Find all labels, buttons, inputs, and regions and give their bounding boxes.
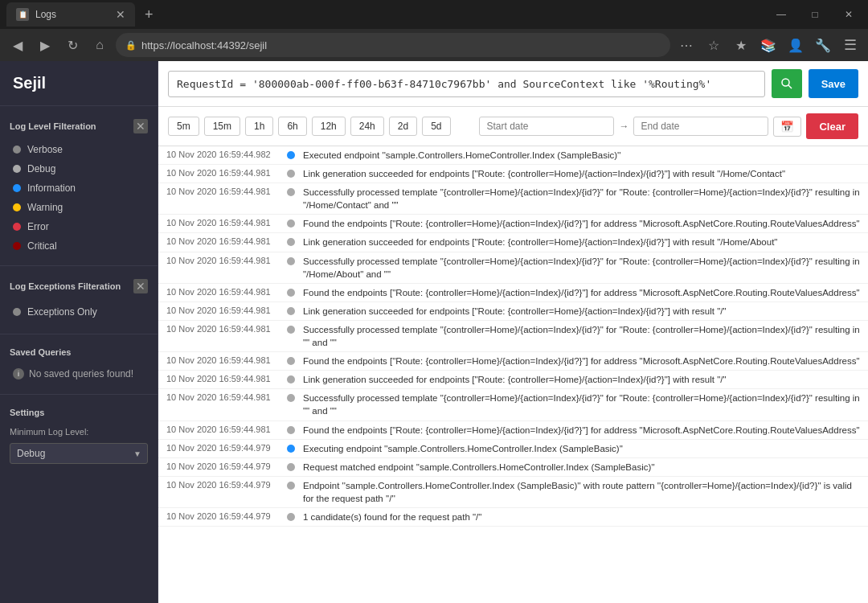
date-range: → 📅 Clear (479, 113, 858, 139)
log-entry: 10 Nov 2020 16:59:44.981Found the endpoi… (158, 421, 868, 440)
menu-button[interactable]: ☰ (839, 34, 862, 56)
log-timestamp: 10 Nov 2020 16:59:44.981 (166, 217, 279, 228)
minimize-button[interactable]: — (765, 3, 797, 26)
pocket-button[interactable]: ☆ (702, 34, 725, 56)
log-level-item-warning[interactable]: Warning (0, 198, 158, 217)
log-message: Link generation succeeded for endpoints … (303, 167, 860, 180)
clear-button[interactable]: Clear (806, 113, 858, 139)
time-button-12h[interactable]: 12h (312, 117, 346, 136)
log-level-item-error[interactable]: Error (0, 217, 158, 236)
log-level-item-debug[interactable]: Debug (0, 159, 158, 178)
time-bar: 5m15m1h6h12h24h2d5d → 📅 Clear (158, 107, 868, 146)
browser-tab-logs[interactable]: 📋 Logs ✕ (6, 2, 135, 27)
log-message: Link generation succeeded for endpoints … (303, 236, 860, 248)
settings-section: Settings Minimum Log Level: VerboseDebug… (0, 395, 158, 477)
level-label-information: Information (27, 183, 76, 194)
log-entry: 10 Nov 2020 16:59:44.981Link generation … (158, 233, 868, 252)
log-entry: 10 Nov 2020 16:59:44.981Link generation … (158, 371, 868, 389)
log-dot (287, 375, 295, 384)
url-input[interactable] (141, 39, 661, 51)
container-button[interactable]: 🔧 (812, 34, 834, 56)
log-level-item-critical[interactable]: Critical (0, 236, 158, 256)
log-dot (287, 238, 295, 246)
query-input[interactable] (168, 71, 765, 97)
time-button-24h[interactable]: 24h (350, 117, 384, 136)
log-message: Executed endpoint ''sample.Controllers.H… (303, 149, 860, 162)
log-level-section: Log Level Filteration ✕ VerboseDebugInfo… (0, 106, 158, 266)
search-icon (780, 77, 793, 90)
time-button-1h[interactable]: 1h (245, 117, 273, 136)
log-message: Successfully processed template "{contro… (303, 323, 860, 349)
log-timestamp: 10 Nov 2020 16:59:44.981 (166, 355, 279, 365)
level-dot-debug (13, 165, 21, 173)
svg-line-1 (788, 85, 792, 88)
maximize-button[interactable]: □ (799, 3, 831, 26)
log-message: Link generation succeeded for endpoints … (303, 373, 860, 386)
log-entry: 10 Nov 2020 16:59:44.979Request matched … (158, 458, 868, 477)
log-dot (287, 151, 295, 159)
log-level-item-verbose[interactable]: Verbose (0, 140, 158, 159)
address-bar: 🔒 (116, 33, 670, 57)
tab-close-button[interactable]: ✕ (116, 8, 125, 21)
exceptions-only-item[interactable]: Exceptions Only (0, 300, 158, 324)
min-log-level-select[interactable]: VerboseDebugInformationWarningErrorCriti… (10, 443, 148, 464)
save-button[interactable]: Save (809, 69, 858, 98)
browser-tabs: 📋 Logs ✕ + (0, 0, 762, 29)
main-content: Save 5m15m1h6h12h24h2d5d → 📅 Clear 10 No… (158, 61, 868, 603)
log-level-close-button[interactable]: ✕ (133, 119, 148, 133)
log-entry: 10 Nov 2020 16:59:44.981Found the endpoi… (158, 215, 868, 233)
sync-button[interactable]: 👤 (784, 34, 807, 56)
app-logo: Sejil (0, 61, 158, 106)
bookmarks-button[interactable]: ⋯ (675, 34, 698, 56)
log-timestamp: 10 Nov 2020 16:59:44.981 (166, 236, 279, 246)
saved-queries-title: Saved Queries (0, 344, 158, 363)
log-timestamp: 10 Nov 2020 16:59:44.981 (166, 167, 279, 178)
saved-queries-section: Saved Queries i No saved queries found! (0, 334, 158, 395)
log-dot (287, 188, 295, 196)
log-entry: 10 Nov 2020 16:59:44.981Successfully pro… (158, 389, 868, 420)
log-dot (287, 289, 295, 297)
calendar-button[interactable]: 📅 (773, 117, 801, 137)
search-button[interactable] (772, 69, 802, 98)
time-buttons: 5m15m1h6h12h24h2d5d (168, 117, 451, 136)
home-button[interactable]: ⌂ (88, 34, 111, 56)
log-level-item-information[interactable]: Information (0, 178, 158, 198)
time-button-15m[interactable]: 15m (204, 117, 240, 136)
end-date-input[interactable] (633, 117, 768, 136)
back-button[interactable]: ◀ (6, 34, 29, 56)
time-button-2d[interactable]: 2d (389, 117, 417, 136)
exceptions-label: Exceptions Only (27, 306, 97, 318)
log-message: Successfully processed template "{contro… (303, 392, 860, 417)
close-button[interactable]: ✕ (833, 3, 865, 26)
log-dot (287, 426, 295, 434)
exceptions-header: Log Exceptions Filteration ✕ (0, 276, 158, 300)
log-message: Found the endpoints ["Route: {controller… (303, 355, 860, 367)
app: Sejil Log Level Filteration ✕ VerboseDeb… (0, 61, 868, 603)
app-name: Sejil (13, 74, 46, 92)
log-message: Executing endpoint ''sample.Controllers.… (303, 442, 860, 455)
exceptions-section: Log Exceptions Filteration ✕ Exceptions … (0, 266, 158, 334)
log-timestamp: 10 Nov 2020 16:59:44.982 (166, 149, 279, 159)
reload-button[interactable]: ↻ (61, 34, 84, 56)
new-tab-button[interactable]: + (138, 6, 160, 23)
level-label-verbose: Verbose (27, 144, 63, 155)
log-entry: 10 Nov 2020 16:59:44.982Executed endpoin… (158, 146, 868, 165)
log-timestamp: 10 Nov 2020 16:59:44.981 (166, 255, 279, 265)
log-dot (287, 482, 295, 490)
library-button[interactable]: 📚 (757, 34, 780, 56)
level-dot-verbose (13, 146, 21, 154)
browser-chrome: 📋 Logs ✕ + — □ ✕ ◀ ▶ ↻ ⌂ 🔒 ⋯ ☆ ★ 📚 👤 🔧 ☰ (0, 0, 868, 61)
reader-button[interactable]: ★ (730, 34, 752, 56)
log-message: 1 candidate(s) found for the request pat… (303, 511, 860, 523)
forward-button[interactable]: ▶ (34, 34, 56, 56)
log-timestamp: 10 Nov 2020 16:59:44.979 (166, 461, 279, 471)
time-button-6h[interactable]: 6h (278, 117, 306, 136)
log-timestamp: 10 Nov 2020 16:59:44.979 (166, 442, 279, 453)
log-message: Successfully processed template "{contro… (303, 255, 860, 281)
lock-icon: 🔒 (125, 40, 137, 51)
time-button-5m[interactable]: 5m (168, 117, 199, 136)
level-dot-warning (13, 203, 21, 211)
start-date-input[interactable] (479, 117, 614, 136)
exceptions-close-button[interactable]: ✕ (133, 279, 148, 293)
time-button-5d[interactable]: 5d (422, 117, 450, 136)
